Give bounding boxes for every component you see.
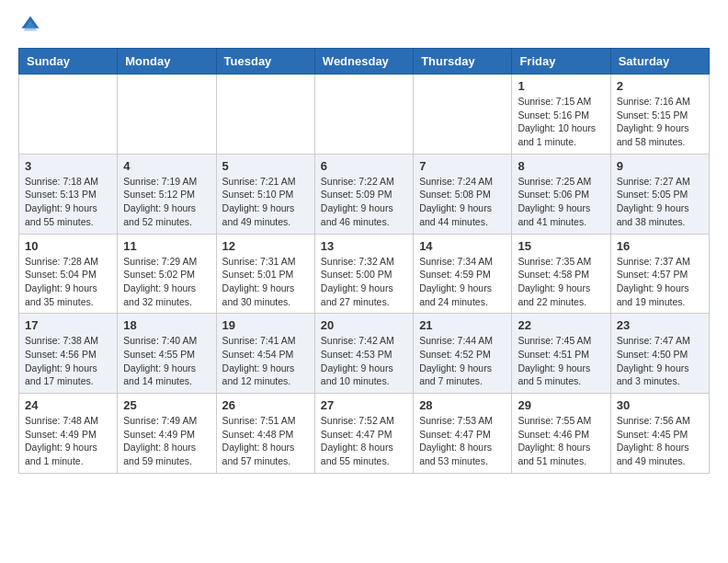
day-cell: 5Sunrise: 7:21 AM Sunset: 5:10 PM Daylig… — [216, 154, 314, 234]
day-cell: 28Sunrise: 7:53 AM Sunset: 4:47 PM Dayli… — [414, 394, 512, 474]
day-info: Sunrise: 7:16 AM Sunset: 5:15 PM Dayligh… — [617, 95, 703, 149]
day-cell: 9Sunrise: 7:27 AM Sunset: 5:05 PM Daylig… — [610, 154, 709, 234]
day-info: Sunrise: 7:48 AM Sunset: 4:49 PM Dayligh… — [25, 414, 111, 468]
day-cell: 20Sunrise: 7:42 AM Sunset: 4:53 PM Dayli… — [314, 314, 413, 394]
day-info: Sunrise: 7:22 AM Sunset: 5:09 PM Dayligh… — [321, 175, 407, 229]
day-cell: 25Sunrise: 7:49 AM Sunset: 4:49 PM Dayli… — [118, 394, 216, 474]
day-cell: 12Sunrise: 7:31 AM Sunset: 5:01 PM Dayli… — [216, 234, 314, 314]
day-number: 1 — [518, 79, 604, 93]
day-cell: 23Sunrise: 7:47 AM Sunset: 4:50 PM Dayli… — [610, 314, 709, 394]
day-info: Sunrise: 7:40 AM Sunset: 4:55 PM Dayligh… — [123, 334, 210, 388]
day-info: Sunrise: 7:45 AM Sunset: 4:51 PM Dayligh… — [518, 334, 604, 388]
day-number: 25 — [123, 398, 210, 412]
day-cell — [216, 75, 314, 155]
day-number: 5 — [222, 159, 309, 173]
day-cell: 15Sunrise: 7:35 AM Sunset: 4:58 PM Dayli… — [512, 234, 610, 314]
weekday-header-friday: Friday — [512, 49, 610, 75]
day-info: Sunrise: 7:42 AM Sunset: 4:53 PM Dayligh… — [321, 334, 407, 388]
day-cell: 7Sunrise: 7:24 AM Sunset: 5:08 PM Daylig… — [414, 154, 512, 234]
logo — [18, 15, 42, 39]
day-cell — [19, 75, 118, 155]
day-info: Sunrise: 7:31 AM Sunset: 5:01 PM Dayligh… — [222, 255, 309, 309]
weekday-header-tuesday: Tuesday — [216, 49, 314, 75]
day-number: 18 — [123, 318, 210, 332]
week-row-2: 3Sunrise: 7:18 AM Sunset: 5:13 PM Daylig… — [19, 154, 710, 234]
logo-icon — [20, 15, 40, 35]
day-cell: 13Sunrise: 7:32 AM Sunset: 5:00 PM Dayli… — [314, 234, 413, 314]
day-number: 17 — [25, 318, 111, 332]
day-info: Sunrise: 7:53 AM Sunset: 4:47 PM Dayligh… — [419, 414, 506, 468]
day-number: 24 — [25, 398, 111, 412]
weekday-header-thursday: Thursday — [414, 49, 512, 75]
day-cell: 11Sunrise: 7:29 AM Sunset: 5:02 PM Dayli… — [118, 234, 216, 314]
day-cell: 22Sunrise: 7:45 AM Sunset: 4:51 PM Dayli… — [512, 314, 610, 394]
day-cell: 17Sunrise: 7:38 AM Sunset: 4:56 PM Dayli… — [19, 314, 118, 394]
day-cell: 2Sunrise: 7:16 AM Sunset: 5:15 PM Daylig… — [610, 75, 709, 155]
day-info: Sunrise: 7:38 AM Sunset: 4:56 PM Dayligh… — [25, 334, 111, 388]
week-row-4: 17Sunrise: 7:38 AM Sunset: 4:56 PM Dayli… — [19, 314, 710, 394]
day-cell: 8Sunrise: 7:25 AM Sunset: 5:06 PM Daylig… — [512, 154, 610, 234]
day-number: 10 — [25, 239, 111, 253]
day-info: Sunrise: 7:44 AM Sunset: 4:52 PM Dayligh… — [419, 334, 506, 388]
day-cell: 18Sunrise: 7:40 AM Sunset: 4:55 PM Dayli… — [118, 314, 216, 394]
day-cell: 24Sunrise: 7:48 AM Sunset: 4:49 PM Dayli… — [19, 394, 118, 474]
calendar-table: SundayMondayTuesdayWednesdayThursdayFrid… — [18, 48, 710, 474]
day-cell — [314, 75, 413, 155]
day-info: Sunrise: 7:34 AM Sunset: 4:59 PM Dayligh… — [419, 255, 506, 309]
day-info: Sunrise: 7:55 AM Sunset: 4:46 PM Dayligh… — [518, 414, 604, 468]
day-number: 11 — [123, 239, 210, 253]
day-info: Sunrise: 7:18 AM Sunset: 5:13 PM Dayligh… — [25, 175, 111, 229]
day-number: 6 — [321, 159, 407, 173]
day-number: 9 — [617, 159, 703, 173]
weekday-header-saturday: Saturday — [610, 49, 709, 75]
day-info: Sunrise: 7:28 AM Sunset: 5:04 PM Dayligh… — [25, 255, 111, 309]
weekday-header-sunday: Sunday — [19, 49, 118, 75]
day-number: 16 — [617, 239, 703, 253]
day-number: 12 — [222, 239, 309, 253]
day-info: Sunrise: 7:35 AM Sunset: 4:58 PM Dayligh… — [518, 255, 604, 309]
day-number: 29 — [518, 398, 604, 412]
day-number: 22 — [518, 318, 604, 332]
day-cell: 6Sunrise: 7:22 AM Sunset: 5:09 PM Daylig… — [314, 154, 413, 234]
day-cell: 16Sunrise: 7:37 AM Sunset: 4:57 PM Dayli… — [610, 234, 709, 314]
week-row-1: 1Sunrise: 7:15 AM Sunset: 5:16 PM Daylig… — [19, 75, 710, 155]
day-number: 19 — [222, 318, 309, 332]
day-info: Sunrise: 7:19 AM Sunset: 5:12 PM Dayligh… — [123, 175, 210, 229]
week-row-3: 10Sunrise: 7:28 AM Sunset: 5:04 PM Dayli… — [19, 234, 710, 314]
day-number: 30 — [617, 398, 703, 412]
day-cell: 30Sunrise: 7:56 AM Sunset: 4:45 PM Dayli… — [610, 394, 709, 474]
day-info: Sunrise: 7:47 AM Sunset: 4:50 PM Dayligh… — [617, 334, 703, 388]
day-cell: 1Sunrise: 7:15 AM Sunset: 5:16 PM Daylig… — [512, 75, 610, 155]
day-number: 13 — [321, 239, 407, 253]
weekday-header-monday: Monday — [118, 49, 216, 75]
day-cell: 21Sunrise: 7:44 AM Sunset: 4:52 PM Dayli… — [414, 314, 512, 394]
day-info: Sunrise: 7:52 AM Sunset: 4:47 PM Dayligh… — [321, 414, 407, 468]
day-info: Sunrise: 7:15 AM Sunset: 5:16 PM Dayligh… — [518, 95, 604, 149]
page: SundayMondayTuesdayWednesdayThursdayFrid… — [0, 0, 728, 488]
day-number: 26 — [222, 398, 309, 412]
day-number: 27 — [321, 398, 407, 412]
day-number: 4 — [123, 159, 210, 173]
day-cell — [414, 75, 512, 155]
day-cell: 10Sunrise: 7:28 AM Sunset: 5:04 PM Dayli… — [19, 234, 118, 314]
day-number: 28 — [419, 398, 506, 412]
day-number: 15 — [518, 239, 604, 253]
day-info: Sunrise: 7:37 AM Sunset: 4:57 PM Dayligh… — [617, 255, 703, 309]
day-number: 23 — [617, 318, 703, 332]
day-number: 7 — [419, 159, 506, 173]
day-number: 3 — [25, 159, 111, 173]
day-number: 20 — [321, 318, 407, 332]
day-cell: 3Sunrise: 7:18 AM Sunset: 5:13 PM Daylig… — [19, 154, 118, 234]
day-info: Sunrise: 7:29 AM Sunset: 5:02 PM Dayligh… — [123, 255, 210, 309]
day-info: Sunrise: 7:27 AM Sunset: 5:05 PM Dayligh… — [617, 175, 703, 229]
day-info: Sunrise: 7:32 AM Sunset: 5:00 PM Dayligh… — [321, 255, 407, 309]
day-cell: 26Sunrise: 7:51 AM Sunset: 4:48 PM Dayli… — [216, 394, 314, 474]
day-number: 21 — [419, 318, 506, 332]
day-cell: 14Sunrise: 7:34 AM Sunset: 4:59 PM Dayli… — [414, 234, 512, 314]
day-number: 2 — [617, 79, 703, 93]
day-cell: 27Sunrise: 7:52 AM Sunset: 4:47 PM Dayli… — [314, 394, 413, 474]
day-cell: 29Sunrise: 7:55 AM Sunset: 4:46 PM Dayli… — [512, 394, 610, 474]
day-cell — [118, 75, 216, 155]
week-row-5: 24Sunrise: 7:48 AM Sunset: 4:49 PM Dayli… — [19, 394, 710, 474]
header — [18, 15, 710, 39]
